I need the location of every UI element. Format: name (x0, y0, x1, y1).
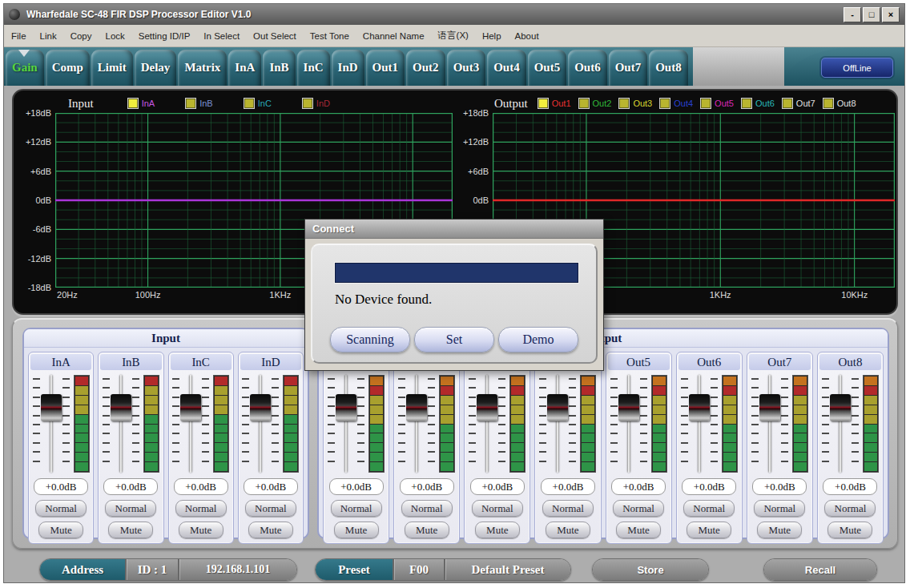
legend-checkbox-ind[interactable] (302, 98, 313, 109)
tab-out1[interactable]: Out1 (366, 50, 405, 86)
normal-button-out8[interactable]: Normal (824, 500, 876, 517)
normal-button-out7[interactable]: Normal (754, 500, 805, 517)
tab-limit[interactable]: Limit (91, 50, 133, 86)
demo-button[interactable]: Demo (498, 327, 578, 352)
set-button[interactable]: Set (414, 327, 494, 352)
tab-ind[interactable]: InD (332, 50, 364, 86)
mute-button-out8[interactable]: Mute (827, 522, 872, 538)
mute-button-inb[interactable]: Mute (108, 522, 153, 538)
tab-out5[interactable]: Out5 (528, 50, 567, 86)
mute-button-inc[interactable]: Mute (179, 522, 223, 538)
menu-item-in-select[interactable]: In Select (203, 31, 240, 41)
device-id-value[interactable]: ID : 1 (125, 559, 178, 580)
connect-dialog-title-bar[interactable]: Connect (305, 219, 603, 239)
fader-handle-out4[interactable] (547, 394, 568, 421)
mute-button-out5[interactable]: Mute (616, 522, 661, 538)
fader-handle-out3[interactable] (477, 394, 497, 421)
gain-value-out5[interactable]: +0.0dB (611, 478, 666, 495)
menu-item-setting-id-ip[interactable]: Setting ID/IP (139, 31, 191, 41)
tab-delay[interactable]: Delay (135, 50, 177, 86)
gain-value-out4[interactable]: +0.0dB (541, 478, 595, 495)
gain-fader-out5[interactable] (610, 375, 647, 473)
menu-item-channel-name[interactable]: Channel Name (363, 31, 425, 41)
legend-checkbox-out4[interactable] (659, 98, 670, 109)
store-button[interactable]: Store (593, 559, 708, 580)
gain-value-out1[interactable]: +0.0dB (329, 478, 384, 495)
legend-checkbox-out3[interactable] (618, 98, 630, 109)
normal-button-out2[interactable]: Normal (401, 500, 453, 517)
menu-item-lock[interactable]: Lock (106, 31, 125, 41)
fader-handle-inc[interactable] (180, 394, 201, 421)
normal-button-ina[interactable]: Normal (35, 500, 87, 517)
gain-fader-out4[interactable] (539, 375, 576, 473)
tab-inb[interactable]: InB (263, 50, 295, 86)
minimize-button[interactable]: - (844, 7, 861, 22)
gain-value-out2[interactable]: +0.0dB (400, 478, 454, 495)
tab-out8[interactable]: Out8 (649, 50, 688, 86)
tab-inc[interactable]: InC (297, 50, 330, 86)
gain-fader-out2[interactable] (398, 375, 435, 473)
gain-fader-inb[interactable] (103, 375, 139, 473)
normal-button-out1[interactable]: Normal (331, 500, 382, 517)
fader-handle-out5[interactable] (618, 394, 639, 421)
gain-value-out6[interactable]: +0.0dB (682, 478, 736, 495)
normal-button-out4[interactable]: Normal (542, 500, 594, 517)
mute-button-out6[interactable]: Mute (687, 522, 731, 538)
legend-checkbox-out7[interactable] (782, 98, 793, 109)
gain-value-out8[interactable]: +0.0dB (823, 478, 877, 495)
fader-handle-out1[interactable] (336, 394, 356, 421)
fader-handle-inb[interactable] (111, 394, 131, 421)
legend-checkbox-inc[interactable] (244, 98, 255, 109)
mute-button-out3[interactable]: Mute (475, 522, 520, 538)
legend-checkbox-out2[interactable] (578, 98, 590, 109)
preset-label[interactable]: Preset (316, 559, 393, 580)
tab-gain[interactable]: Gain (6, 50, 44, 86)
tab-comp[interactable]: Comp (46, 50, 90, 86)
normal-button-ind[interactable]: Normal (245, 500, 296, 517)
menu-item-copy[interactable]: Copy (70, 31, 92, 41)
preset-name-value[interactable]: Default Preset (444, 559, 570, 580)
ip-address-value[interactable]: 192.168.1.101 (178, 559, 296, 580)
tab-out4[interactable]: Out4 (487, 50, 526, 86)
legend-checkbox-out8[interactable] (823, 98, 834, 109)
menu-item-out-select[interactable]: Out Select (253, 31, 296, 41)
gain-value-out7[interactable]: +0.0dB (752, 478, 807, 495)
address-label[interactable]: Address (40, 559, 125, 580)
preset-code-value[interactable]: F00 (393, 559, 444, 580)
tab-out3[interactable]: Out3 (447, 50, 486, 86)
gain-fader-out1[interactable] (328, 375, 364, 473)
gain-fader-out7[interactable] (751, 375, 788, 473)
mute-button-ina[interactable]: Mute (38, 522, 83, 538)
legend-checkbox-out1[interactable] (538, 98, 549, 109)
legend-checkbox-out6[interactable] (741, 98, 752, 109)
menu-item-help[interactable]: Help (482, 31, 501, 41)
scanning-button[interactable]: Scanning (330, 327, 410, 352)
normal-button-out3[interactable]: Normal (472, 500, 523, 517)
mute-button-out4[interactable]: Mute (546, 522, 590, 538)
gain-fader-ind[interactable] (242, 375, 279, 473)
fader-handle-out6[interactable] (689, 394, 710, 421)
normal-button-inc[interactable]: Normal (175, 500, 227, 517)
legend-checkbox-ina[interactable] (127, 98, 139, 109)
fader-handle-ina[interactable] (41, 394, 62, 421)
normal-button-out5[interactable]: Normal (613, 500, 664, 517)
menu-item-about[interactable]: About (515, 31, 539, 41)
menu-item-x[interactable]: 语言(X) (438, 30, 469, 42)
fader-handle-ind[interactable] (250, 394, 271, 421)
gain-fader-inc[interactable] (172, 375, 209, 473)
tab-out6[interactable]: Out6 (568, 50, 607, 86)
offline-status-button[interactable]: OffLine (821, 58, 893, 78)
gain-value-ind[interactable]: +0.0dB (244, 478, 298, 495)
tab-matrix[interactable]: Matrix (178, 50, 227, 86)
tab-out7[interactable]: Out7 (609, 50, 648, 86)
gain-fader-ina[interactable] (33, 375, 70, 473)
gain-fader-out6[interactable] (681, 375, 718, 473)
menu-item-test-tone[interactable]: Test Tone (310, 31, 349, 41)
gain-value-inc[interactable]: +0.0dB (174, 478, 228, 495)
mute-button-out7[interactable]: Mute (757, 522, 802, 538)
fader-handle-out8[interactable] (830, 394, 851, 421)
fader-handle-out7[interactable] (759, 394, 780, 421)
gain-fader-out8[interactable] (822, 375, 859, 473)
normal-button-out6[interactable]: Normal (683, 500, 735, 517)
menu-item-file[interactable]: File (11, 31, 26, 41)
